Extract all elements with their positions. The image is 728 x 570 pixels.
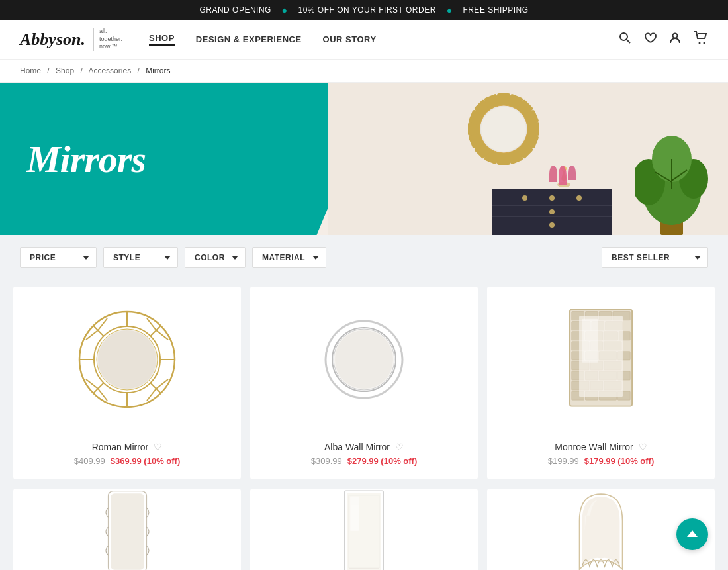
product-grid: Roman Mirror ♡ $409.99 $369.99 (10% off) bbox=[0, 280, 728, 570]
svg-rect-108 bbox=[350, 497, 359, 531]
product-card-monroe[interactable]: Monroe Wall Mirror ♡ $199.99 $179.99 (10… bbox=[487, 287, 715, 479]
sale-price-roman: $369.99 (10% off) bbox=[111, 456, 181, 466]
svg-point-0 bbox=[620, 33, 627, 40]
product-info-roman: Roman Mirror ♡ $409.99 $369.99 (10% off) bbox=[13, 432, 241, 466]
header: Abbyson. all.together.now.™ SHOP DESIGN … bbox=[0, 20, 728, 60]
svg-point-2 bbox=[673, 34, 678, 38]
nav-shop[interactable]: SHOP bbox=[149, 33, 175, 46]
filter-bar: PRICE Under $100 $100-$200 $200-$400 Ove… bbox=[0, 235, 728, 280]
hero-title: Mirrors bbox=[26, 137, 146, 181]
original-price-monroe: $199.99 bbox=[548, 456, 579, 466]
logo-tagline: all.together.now.™ bbox=[93, 28, 122, 51]
svg-point-3 bbox=[699, 42, 701, 44]
product-image-alba bbox=[250, 287, 478, 432]
material-filter[interactable]: MATERIAL Wood Metal Glass bbox=[252, 247, 326, 268]
svg-line-31 bbox=[150, 326, 161, 336]
account-icon[interactable] bbox=[668, 31, 682, 48]
hero-image bbox=[328, 83, 728, 235]
product-name-roman: Roman Mirror bbox=[92, 442, 149, 452]
sort-select[interactable]: BEST SELLER Price: Low to High Price: Hi… bbox=[602, 247, 708, 268]
cart-icon[interactable] bbox=[694, 31, 708, 48]
announcement-text-1: GRAND OPENING bbox=[199, 5, 271, 15]
nav-design-experience[interactable]: DESIGN & EXPERIENCE bbox=[196, 34, 302, 44]
color-filter[interactable]: COLOR Gold Silver Black bbox=[185, 247, 246, 268]
style-filter[interactable]: STYLE Modern Traditional Glam bbox=[103, 247, 178, 268]
product-name-monroe: Monroe Wall Mirror bbox=[555, 442, 633, 452]
product-card-4[interactable] bbox=[13, 489, 241, 570]
hero-flowers bbox=[549, 166, 576, 185]
roman-mirror-svg bbox=[74, 307, 180, 412]
wishlist-roman[interactable]: ♡ bbox=[154, 442, 162, 452]
announcement-bar: GRAND OPENING ◆ 10% OFF ON YOUR FIRST OR… bbox=[0, 0, 728, 20]
svg-point-67 bbox=[335, 330, 393, 389]
breadcrumb-shop[interactable]: Shop bbox=[56, 66, 74, 75]
product-card-roman[interactable]: Roman Mirror ♡ $409.99 $369.99 (10% off) bbox=[13, 287, 241, 479]
svg-rect-102 bbox=[582, 319, 598, 363]
search-icon[interactable] bbox=[618, 31, 631, 48]
wishlist-icon[interactable] bbox=[643, 31, 657, 48]
breadcrumb-home[interactable]: Home bbox=[20, 66, 41, 75]
nav-our-story[interactable]: OUR STORY bbox=[323, 34, 377, 44]
product-name-alba: Alba Wall Mirror bbox=[324, 442, 390, 452]
original-price-roman: $409.99 bbox=[74, 456, 105, 466]
svg-line-32 bbox=[93, 383, 104, 393]
svg-point-45 bbox=[98, 330, 156, 389]
hero-plant bbox=[635, 122, 708, 235]
breadcrumb-accessories[interactable]: Accessories bbox=[88, 66, 131, 75]
svg-line-33 bbox=[150, 383, 161, 393]
mirror-5-svg bbox=[338, 489, 390, 570]
product-info-monroe: Monroe Wall Mirror ♡ $199.99 $179.99 (10… bbox=[487, 432, 715, 466]
svg-line-30 bbox=[93, 326, 104, 336]
main-nav: SHOP DESIGN & EXPERIENCE OUR STORY bbox=[149, 33, 618, 46]
svg-point-14 bbox=[481, 107, 526, 152]
diamond-1: ◆ bbox=[282, 7, 288, 14]
sale-price-monroe: $179.99 (10% off) bbox=[584, 456, 655, 466]
announcement-text-2: 10% OFF ON YOUR FIRST ORDER bbox=[298, 5, 435, 15]
hero-banner: Mirrors bbox=[0, 83, 728, 235]
product-image-monroe bbox=[487, 287, 715, 432]
logo[interactable]: Abbyson. bbox=[20, 30, 85, 50]
alba-mirror-svg bbox=[314, 310, 414, 409]
mirror-4-svg bbox=[99, 489, 156, 570]
product-info-alba: Alba Wall Mirror ♡ $309.99 $279.99 (10% … bbox=[250, 432, 478, 466]
wishlist-alba[interactable]: ♡ bbox=[395, 442, 404, 452]
logo-area: Abbyson. all.together.now.™ bbox=[20, 28, 122, 51]
product-card-alba[interactable]: Alba Wall Mirror ♡ $309.99 $279.99 (10% … bbox=[250, 287, 478, 479]
monroe-mirror-svg bbox=[558, 307, 644, 412]
original-price-alba: $309.99 bbox=[311, 456, 342, 466]
product-card-5[interactable] bbox=[250, 489, 478, 570]
svg-line-1 bbox=[627, 40, 631, 44]
sale-price-alba: $279.99 (10% off) bbox=[347, 456, 418, 466]
header-icons bbox=[618, 31, 708, 48]
wishlist-monroe[interactable]: ♡ bbox=[639, 442, 647, 452]
price-filter[interactable]: PRICE Under $100 $100-$200 $200-$400 Ove… bbox=[20, 247, 97, 268]
product-image-roman bbox=[13, 287, 241, 432]
hero-mirror-svg bbox=[464, 89, 543, 169]
product-image-5 bbox=[250, 489, 478, 570]
svg-rect-104 bbox=[111, 493, 144, 570]
breadcrumb-current: Mirrors bbox=[146, 66, 170, 75]
diamond-2: ◆ bbox=[447, 7, 453, 14]
back-to-top-button[interactable] bbox=[676, 518, 708, 550]
announcement-text-3: FREE SHIPPING bbox=[463, 5, 528, 15]
breadcrumb: Home / Shop / Accessories / Mirrors bbox=[0, 60, 728, 83]
mirror-6-svg bbox=[563, 489, 639, 570]
svg-point-4 bbox=[704, 42, 705, 44]
product-image-4 bbox=[13, 489, 241, 570]
hero-dresser bbox=[492, 189, 612, 235]
